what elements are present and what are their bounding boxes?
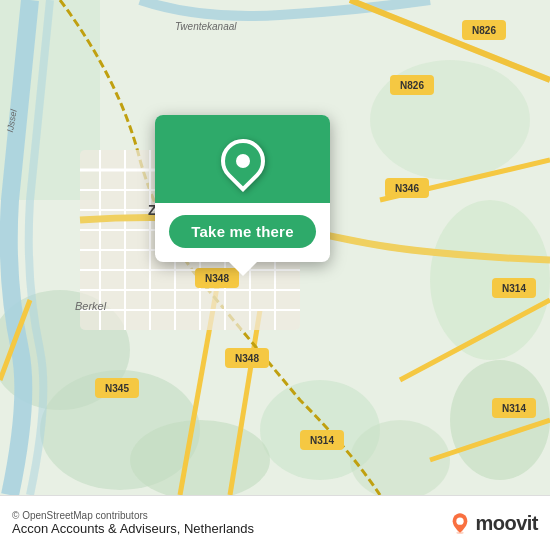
svg-text:N826: N826: [400, 80, 424, 91]
location-popup: Take me there: [155, 115, 330, 262]
take-me-there-button[interactable]: Take me there: [169, 215, 315, 248]
location-name-text: Accon Accounts & Adviseurs, Netherlands: [12, 521, 254, 536]
footer-bar: © OpenStreetMap contributors Accon Accou…: [0, 495, 550, 550]
svg-text:Twentekanaal: Twentekanaal: [175, 21, 237, 32]
moovit-pin-icon: [449, 512, 471, 534]
svg-text:N314: N314: [310, 435, 334, 446]
moovit-text: moovit: [475, 512, 538, 535]
svg-point-5: [450, 360, 550, 480]
footer-info: © OpenStreetMap contributors Accon Accou…: [12, 510, 254, 536]
svg-text:N348: N348: [205, 273, 229, 284]
svg-text:N348: N348: [235, 353, 259, 364]
moovit-logo: moovit: [449, 512, 538, 535]
copyright-text: © OpenStreetMap contributors: [12, 510, 254, 521]
svg-text:N314: N314: [502, 403, 526, 414]
location-pin-icon: [211, 130, 273, 192]
svg-text:N314: N314: [502, 283, 526, 294]
svg-text:N346: N346: [395, 183, 419, 194]
svg-text:N826: N826: [472, 25, 496, 36]
map-pin-wrapper: [215, 133, 271, 189]
svg-text:Berkel: Berkel: [75, 300, 107, 312]
svg-text:N345: N345: [105, 383, 129, 394]
svg-point-58: [457, 518, 464, 525]
popup-header: [155, 115, 330, 203]
